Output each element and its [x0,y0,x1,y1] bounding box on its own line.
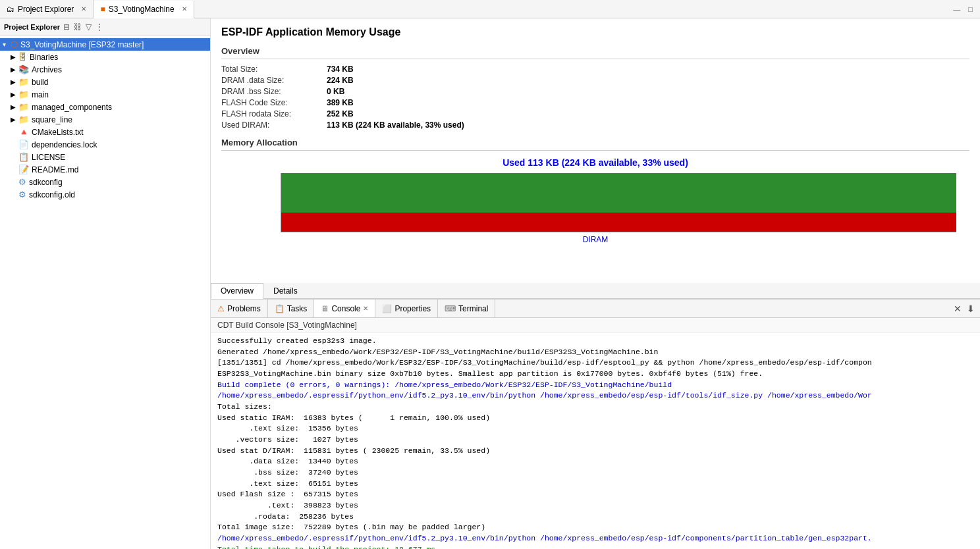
console-line: Successfully created esp32s3 image. [217,336,973,347]
overview-section-label: Overview [221,46,969,59]
overview-val-0: 734 KB [327,65,354,74]
console-line: .rodata: 258236 bytes [217,511,973,523]
overview-row-2: DRAM .bss Size: 0 KB [221,87,969,96]
console-tab-terminal[interactable]: ⌨ Terminal [438,300,495,317]
console-header: CDT Build Console [S3_VotingMachine] [211,318,980,333]
chart-bars: Available Used [281,173,956,232]
tree-root[interactable]: ▾ ⬡ S3_VotingMachine [ESP32 master] [0,38,210,51]
dep-icon: 📄 [18,140,29,149]
tab-project-explorer[interactable]: 🗂 Project Explorer ✕ [0,0,94,18]
overview-row-5: Used DIRAM: 113 KB (224 KB available, 33… [221,120,969,130]
chart-axis-label-row: DIRAM [221,235,969,244]
sdk-icon: ⚙ [18,177,26,187]
tree-item-readme[interactable]: ▶ 📝 README.md [0,163,210,176]
memory-title: ESP-IDF Application Memory Usage [221,26,969,38]
cmake-label: CMakeLists.txt [32,128,84,137]
filter-icon[interactable]: ▽ [85,22,92,32]
console-line: Generated /home/xpress_embedo/Work/ESP32… [217,347,973,358]
build-label: build [32,78,48,87]
console-line: .vectors size: 1027 bytes [217,434,973,446]
chart-bar-available [281,173,956,213]
link-editor-icon[interactable]: ⛓ [73,22,82,32]
console-line: .text size: 65151 bytes [217,479,973,490]
sidebar: Project Explorer ⊟ ⛓ ▽ ⋮ ▾ ⬡ S3_VotingMa… [0,18,211,549]
square-line-icon: 📁 [18,115,29,124]
console-line: .text size: 15356 bytes [217,423,973,434]
tab-project-explorer-close[interactable]: ✕ [81,5,86,13]
tree-item-sdkconfig[interactable]: ▶ ⚙ sdkconfig [0,176,210,188]
tree-item-license[interactable]: ▶ 📋 LICENSE [0,151,210,163]
tree-item-dependencies[interactable]: ▶ 📄 dependencies.lock [0,138,210,151]
sidebar-header: Project Explorer ⊟ ⛓ ▽ ⋮ [0,18,210,36]
console-close-icon[interactable]: ✕ [363,305,368,312]
chart-bar-used [281,213,956,232]
window-controls: — □ [951,5,980,13]
archives-label: Archives [32,65,62,74]
tab-s3-voting-label: S3_VotingMachine [109,5,175,14]
overview-row-4: FLASH rodata Size: 252 KB [221,109,969,118]
overview-key-1: DRAM .data Size: [221,76,327,85]
tree-item-binaries[interactable]: ▶ 🗄 Binaries [0,51,210,63]
console-line: Used Flash size : 657315 bytes [217,489,973,500]
chart-y-axis [228,173,281,232]
console-line: Total time taken to build the project: 1… [217,544,973,549]
maximize-btn[interactable]: □ [966,5,975,13]
tab-overview[interactable]: Overview [211,283,263,299]
tasks-label: Tasks [287,304,308,313]
square-line-arrow: ▶ [11,116,18,123]
tab-s3-voting-close[interactable]: ✕ [182,5,187,13]
menu-icon[interactable]: ⋮ [95,22,104,32]
console-line: Build complete (0 errors, 0 warnings): /… [217,380,973,391]
console-terminate-icon[interactable]: ✕ [954,303,962,314]
console-output[interactable]: Successfully created esp32s3 image. Gene… [211,333,980,549]
square-line-label: square_line [32,115,72,124]
readme-icon: 📝 [18,165,29,174]
console-line: /home/xpress_embedo/.espressif/python_en… [217,533,973,544]
collapse-all-icon[interactable]: ⊟ [63,22,70,32]
tree-item-build[interactable]: ▶ 📁 build [0,76,210,88]
s3-voting-icon: ■ [100,5,105,14]
bottom-panel: ⚠ Problems 📋 Tasks 🖥 Console ✕ ⬜ Propert… [211,299,980,549]
memory-panel: ESP-IDF Application Memory Usage Overvie… [211,18,980,283]
root-label: S3_VotingMachine [ESP32 master] [20,40,144,49]
content-area: ESP-IDF Application Memory Usage Overvie… [211,18,980,549]
console-tab-console[interactable]: 🖥 Console ✕ [314,300,375,317]
overview-val-1: 224 KB [327,76,354,85]
tree-item-square-line[interactable]: ▶ 📁 square_line [0,113,210,126]
tree-item-managed-components[interactable]: ▶ 📁 managed_components [0,101,210,113]
main-arrow: ▶ [11,91,18,98]
tab-s3-voting[interactable]: ■ S3_VotingMachine ✕ [94,1,194,18]
overview-key-0: Total Size: [221,65,327,74]
main-label: main [32,90,49,99]
chart-container: Used 113 KB (224 KB available, 33% used)… [221,157,969,244]
console-header-text: CDT Build Console [S3_VotingMachine] [217,321,357,330]
console-tab-problems[interactable]: ⚠ Problems [211,300,268,317]
tree-item-cmakelists[interactable]: ▶ 🔺 CMakeLists.txt [0,126,210,138]
main-layout: Project Explorer ⊟ ⛓ ▽ ⋮ ▾ ⬡ S3_VotingMa… [0,18,980,549]
archives-icon: 📚 [18,65,29,74]
binaries-label: Binaries [30,53,58,62]
console-tab-properties[interactable]: ⬜ Properties [375,300,438,317]
managed-icon: 📁 [18,102,29,112]
minimize-btn[interactable]: — [951,5,962,13]
console-line: .data size: 13440 bytes [217,456,973,467]
cmake-icon: 🔺 [18,127,29,137]
properties-icon: ⬜ [382,304,392,313]
terminal-icon: ⌨ [445,304,456,313]
build-icon: 📁 [18,77,29,87]
console-tab-bar: ⚠ Problems 📋 Tasks 🖥 Console ✕ ⬜ Propert… [211,300,980,318]
console-line: Used stat D/IRAM: 115831 bytes ( 230025 … [217,446,973,457]
console-tab-tasks[interactable]: 📋 Tasks [268,300,315,317]
license-icon: 📋 [18,152,29,162]
tab-details[interactable]: Details [263,283,308,298]
build-arrow: ▶ [11,78,18,86]
tree-item-archives[interactable]: ▶ 📚 Archives [0,63,210,76]
top-tab-bar: 🗂 Project Explorer ✕ ■ S3_VotingMachine … [0,0,980,18]
tree-item-main[interactable]: ▶ 📁 main [0,88,210,101]
console-line: Total sizes: [217,402,973,413]
tree-item-sdkconfig-old[interactable]: ▶ ⚙ sdkconfig.old [0,188,210,201]
overview-val-4: 252 KB [327,109,354,118]
console-scroll-icon[interactable]: ⬇ [967,303,975,314]
root-arrow: ▾ [3,41,11,48]
archives-arrow: ▶ [11,66,18,73]
